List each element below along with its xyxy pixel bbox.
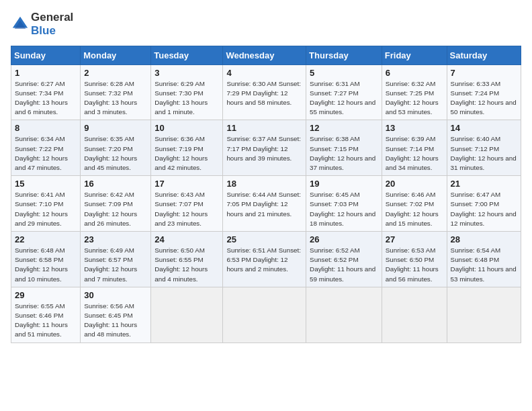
calendar-week-row: 1Sunrise: 6:27 AM Sunset: 7:34 PM Daylig… — [11, 64, 521, 120]
calendar-day-cell: 18Sunrise: 6:44 AM Sunset: 7:05 PM Dayli… — [223, 176, 306, 232]
day-detail: Sunrise: 6:31 AM Sunset: 7:27 PM Dayligh… — [310, 79, 379, 118]
calendar-day-cell — [306, 287, 382, 342]
day-detail: Sunrise: 6:52 AM Sunset: 6:52 PM Dayligh… — [310, 246, 379, 284]
calendar-day-cell: 12Sunrise: 6:38 AM Sunset: 7:15 PM Dayli… — [306, 120, 382, 176]
day-number: 28 — [451, 234, 518, 244]
day-detail: Sunrise: 6:56 AM Sunset: 6:45 PM Dayligh… — [84, 302, 148, 340]
day-number: 23 — [84, 234, 148, 244]
day-number: 14 — [451, 123, 518, 133]
day-detail: Sunrise: 6:27 AM Sunset: 7:34 PM Dayligh… — [15, 79, 77, 118]
day-number: 8 — [15, 123, 77, 133]
calendar-day-cell: 11Sunrise: 6:37 AM Sunset: 7:17 PM Dayli… — [223, 120, 306, 176]
calendar-day-cell: 20Sunrise: 6:46 AM Sunset: 7:02 PM Dayli… — [382, 176, 447, 232]
day-detail: Sunrise: 6:46 AM Sunset: 7:02 PM Dayligh… — [386, 190, 444, 228]
calendar-day-cell: 30Sunrise: 6:56 AM Sunset: 6:45 PM Dayli… — [81, 287, 151, 342]
calendar-day-cell: 23Sunrise: 6:49 AM Sunset: 6:57 PM Dayli… — [81, 232, 151, 287]
day-number: 29 — [15, 290, 77, 300]
calendar-day-cell: 25Sunrise: 6:51 AM Sunset: 6:53 PM Dayli… — [223, 232, 306, 287]
calendar-day-cell: 16Sunrise: 6:42 AM Sunset: 7:09 PM Dayli… — [81, 176, 151, 232]
calendar-week-row: 29Sunrise: 6:55 AM Sunset: 6:46 PM Dayli… — [11, 287, 521, 342]
day-detail: Sunrise: 6:38 AM Sunset: 7:15 PM Dayligh… — [310, 134, 379, 173]
day-number: 16 — [84, 179, 148, 189]
calendar-day-cell: 4Sunrise: 6:30 AM Sunset: 7:29 PM Daylig… — [223, 64, 306, 120]
day-detail: Sunrise: 6:48 AM Sunset: 6:58 PM Dayligh… — [15, 246, 77, 284]
calendar-day-cell: 15Sunrise: 6:41 AM Sunset: 7:10 PM Dayli… — [11, 176, 81, 232]
logo-text: GeneralBlue — [31, 11, 73, 38]
day-number: 9 — [84, 123, 148, 133]
calendar-body: 1Sunrise: 6:27 AM Sunset: 7:34 PM Daylig… — [11, 64, 521, 342]
calendar-day-cell: 3Sunrise: 6:29 AM Sunset: 7:30 PM Daylig… — [151, 64, 223, 120]
day-of-week-header: Sunday — [11, 46, 81, 64]
calendar-day-cell: 17Sunrise: 6:43 AM Sunset: 7:07 PM Dayli… — [151, 176, 223, 232]
day-detail: Sunrise: 6:34 AM Sunset: 7:22 PM Dayligh… — [15, 134, 77, 173]
day-of-week-header: Wednesday — [223, 46, 306, 64]
calendar-day-cell — [447, 287, 521, 342]
calendar-day-cell: 10Sunrise: 6:36 AM Sunset: 7:19 PM Dayli… — [151, 120, 223, 176]
calendar-day-cell: 21Sunrise: 6:47 AM Sunset: 7:00 PM Dayli… — [447, 176, 521, 232]
day-detail: Sunrise: 6:54 AM Sunset: 6:48 PM Dayligh… — [451, 246, 518, 284]
day-number: 4 — [226, 68, 303, 78]
day-number: 10 — [154, 123, 220, 133]
day-number: 24 — [154, 234, 220, 244]
calendar-day-cell — [151, 287, 223, 342]
day-number: 12 — [310, 123, 379, 133]
page-header: GeneralBlue — [11, 11, 521, 38]
day-number: 27 — [386, 234, 444, 244]
day-number: 18 — [226, 179, 303, 189]
calendar-day-cell: 8Sunrise: 6:34 AM Sunset: 7:22 PM Daylig… — [11, 120, 81, 176]
calendar-header-row: SundayMondayTuesdayWednesdayThursdayFrid… — [11, 46, 521, 64]
day-of-week-header: Friday — [382, 46, 447, 64]
calendar-day-cell: 9Sunrise: 6:35 AM Sunset: 7:20 PM Daylig… — [81, 120, 151, 176]
day-number: 30 — [84, 290, 148, 300]
calendar-week-row: 22Sunrise: 6:48 AM Sunset: 6:58 PM Dayli… — [11, 232, 521, 287]
day-number: 2 — [84, 68, 148, 78]
day-detail: Sunrise: 6:28 AM Sunset: 7:32 PM Dayligh… — [84, 79, 148, 118]
day-detail: Sunrise: 6:43 AM Sunset: 7:07 PM Dayligh… — [154, 190, 220, 228]
day-detail: Sunrise: 6:45 AM Sunset: 7:03 PM Dayligh… — [310, 190, 379, 228]
day-of-week-header: Monday — [81, 46, 151, 64]
day-detail: Sunrise: 6:53 AM Sunset: 6:50 PM Dayligh… — [386, 246, 444, 284]
day-number: 1 — [15, 68, 77, 78]
day-detail: Sunrise: 6:44 AM Sunset: 7:05 PM Dayligh… — [226, 190, 303, 219]
day-number: 22 — [15, 234, 77, 244]
day-detail: Sunrise: 6:29 AM Sunset: 7:30 PM Dayligh… — [154, 79, 220, 118]
logo: GeneralBlue — [11, 11, 73, 38]
day-detail: Sunrise: 6:41 AM Sunset: 7:10 PM Dayligh… — [15, 190, 77, 228]
day-number: 17 — [154, 179, 220, 189]
day-number: 15 — [15, 179, 77, 189]
day-number: 26 — [310, 234, 379, 244]
day-detail: Sunrise: 6:55 AM Sunset: 6:46 PM Dayligh… — [15, 302, 77, 340]
day-detail: Sunrise: 6:37 AM Sunset: 7:17 PM Dayligh… — [226, 134, 303, 163]
calendar-week-row: 8Sunrise: 6:34 AM Sunset: 7:22 PM Daylig… — [11, 120, 521, 176]
calendar-table: SundayMondayTuesdayWednesdayThursdayFrid… — [11, 46, 521, 343]
day-of-week-header: Thursday — [306, 46, 382, 64]
day-detail: Sunrise: 6:33 AM Sunset: 7:24 PM Dayligh… — [451, 79, 518, 118]
day-number: 25 — [226, 234, 303, 244]
logo-icon — [11, 15, 30, 34]
day-number: 13 — [386, 123, 444, 133]
calendar-day-cell — [223, 287, 306, 342]
calendar-week-row: 15Sunrise: 6:41 AM Sunset: 7:10 PM Dayli… — [11, 176, 521, 232]
day-detail: Sunrise: 6:40 AM Sunset: 7:12 PM Dayligh… — [451, 134, 518, 173]
day-detail: Sunrise: 6:39 AM Sunset: 7:14 PM Dayligh… — [386, 134, 444, 173]
calendar-day-cell: 5Sunrise: 6:31 AM Sunset: 7:27 PM Daylig… — [306, 64, 382, 120]
calendar-day-cell: 29Sunrise: 6:55 AM Sunset: 6:46 PM Dayli… — [11, 287, 81, 342]
calendar-day-cell: 22Sunrise: 6:48 AM Sunset: 6:58 PM Dayli… — [11, 232, 81, 287]
day-number: 5 — [310, 68, 379, 78]
day-detail: Sunrise: 6:35 AM Sunset: 7:20 PM Dayligh… — [84, 134, 148, 173]
calendar-day-cell: 14Sunrise: 6:40 AM Sunset: 7:12 PM Dayli… — [447, 120, 521, 176]
day-number: 19 — [310, 179, 379, 189]
calendar-day-cell: 19Sunrise: 6:45 AM Sunset: 7:03 PM Dayli… — [306, 176, 382, 232]
day-detail: Sunrise: 6:42 AM Sunset: 7:09 PM Dayligh… — [84, 190, 148, 228]
day-number: 20 — [386, 179, 444, 189]
day-detail: Sunrise: 6:51 AM Sunset: 6:53 PM Dayligh… — [226, 246, 303, 275]
day-of-week-header: Saturday — [447, 46, 521, 64]
day-detail: Sunrise: 6:47 AM Sunset: 7:00 PM Dayligh… — [451, 190, 518, 228]
calendar-day-cell: 2Sunrise: 6:28 AM Sunset: 7:32 PM Daylig… — [81, 64, 151, 120]
calendar-day-cell: 26Sunrise: 6:52 AM Sunset: 6:52 PM Dayli… — [306, 232, 382, 287]
day-detail: Sunrise: 6:36 AM Sunset: 7:19 PM Dayligh… — [154, 134, 220, 173]
day-number: 21 — [451, 179, 518, 189]
calendar-day-cell: 6Sunrise: 6:32 AM Sunset: 7:25 PM Daylig… — [382, 64, 447, 120]
calendar-day-cell: 13Sunrise: 6:39 AM Sunset: 7:14 PM Dayli… — [382, 120, 447, 176]
day-of-week-header: Tuesday — [151, 46, 223, 64]
